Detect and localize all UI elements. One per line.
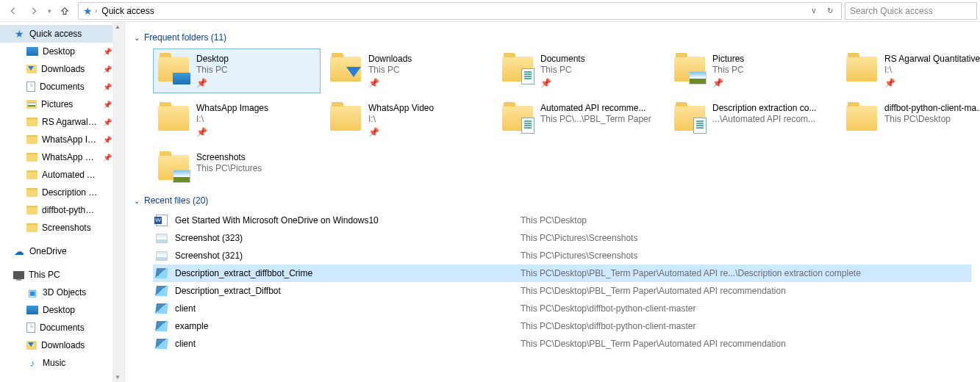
nav-item[interactable]: Downloads 📌 xyxy=(0,60,112,78)
nav-back-button[interactable] xyxy=(3,1,24,21)
nav-label: OneDrive xyxy=(29,246,112,256)
folder-card[interactable]: Screenshots This PC\Pictures xyxy=(153,147,321,187)
nav-item[interactable]: ▣ 3D Objects xyxy=(0,284,112,301)
nav-item[interactable]: ♪ Music xyxy=(0,354,112,372)
pin-icon: 📌 xyxy=(196,127,207,137)
breadcrumb[interactable]: Quick access xyxy=(99,6,157,16)
recent-file-row[interactable]: example This PC\Desktop\diffbot-python-c… xyxy=(153,317,971,335)
search-input[interactable]: Search Quick access xyxy=(845,2,977,20)
refresh-button[interactable]: ↻ xyxy=(822,7,838,15)
folder-path: I:\ xyxy=(884,65,980,75)
folder-icon xyxy=(330,54,361,83)
nav-this-pc[interactable]: This PC xyxy=(0,266,112,284)
nav-label: This PC xyxy=(29,270,112,280)
file-location: This PC\Desktop xyxy=(521,215,587,226)
folder-title: Description extraction co... xyxy=(712,103,816,113)
pin-icon: 📌 xyxy=(102,65,112,73)
pin-icon: 📌 xyxy=(884,78,895,88)
pc-icon xyxy=(13,271,24,279)
recent-file-row[interactable]: Description_extract_diffbbot_Crime This … xyxy=(153,264,971,282)
nav-item[interactable]: Automated API reco xyxy=(0,166,112,184)
nav-item[interactable]: Documents 📌 xyxy=(0,78,112,96)
navigation-pane: ★ Quick access Desktop 📌 Downloads 📌 Doc… xyxy=(0,22,125,382)
nav-up-button[interactable] xyxy=(54,1,75,21)
address-bar[interactable]: ★ › Quick access v ↻ xyxy=(78,2,842,20)
section-frequent-folders[interactable]: ⌄ Frequent folders (11) xyxy=(134,32,971,43)
folder-card[interactable]: diffbot-python-client-ma... This PC\Desk… xyxy=(841,98,980,143)
nav-item[interactable]: Description extractio xyxy=(0,184,112,201)
folder-title: Screenshots xyxy=(196,152,262,162)
pin-icon: 📌 xyxy=(196,78,207,88)
section-title: Recent files (20) xyxy=(144,195,208,206)
nav-scrollbar[interactable] xyxy=(112,22,124,382)
nav-item[interactable]: RS Agarwal Quan 📌 xyxy=(0,113,112,131)
recent-file-row[interactable]: client This PC\Desktop\PBL_Term Paper\Au… xyxy=(153,335,971,353)
nav-label: Quick access xyxy=(29,29,112,39)
pic-icon xyxy=(26,100,37,109)
folder-card[interactable]: Desktop This PC 📌 xyxy=(153,48,321,93)
fold-icon xyxy=(26,206,37,215)
file-location: This PC\Pictures\Screenshots xyxy=(521,251,637,261)
nav-item[interactable]: Pictures 📌 xyxy=(0,96,112,113)
nav-item-label: Music xyxy=(43,358,112,368)
folder-title: WhatsApp Images xyxy=(196,103,268,113)
nav-item-label: Downloads xyxy=(41,340,112,350)
pin-icon: 📌 xyxy=(368,127,379,137)
nav-item[interactable]: diffbot-python-clien xyxy=(0,201,112,219)
doc-icon xyxy=(26,322,35,333)
folder-card[interactable]: Documents This PC 📌 xyxy=(497,48,665,93)
nav-forward-button[interactable] xyxy=(24,1,44,21)
pin-icon: 📌 xyxy=(102,101,112,109)
folder-icon xyxy=(674,54,705,83)
address-toolbar: ▾ ★ › Quick access v ↻ Search Quick acce… xyxy=(0,0,980,22)
nav-item[interactable]: Downloads xyxy=(0,336,112,354)
folder-path: This PC xyxy=(712,65,744,75)
nav-item[interactable]: Desktop xyxy=(0,301,112,319)
folder-path: This PC\Desktop xyxy=(884,114,980,124)
pin-icon: 📌 xyxy=(540,78,551,88)
file-location: This PC\Desktop\PBL_Term Paper\Automated… xyxy=(521,268,861,278)
recent-file-row[interactable]: Get Started With Microsoft OneDrive on W… xyxy=(153,212,971,229)
dl-icon xyxy=(26,341,37,350)
recent-file-row[interactable]: Screenshot (321) This PC\Pictures\Screen… xyxy=(153,247,971,264)
fold-icon xyxy=(26,188,37,197)
folder-card[interactable]: WhatsApp Images I:\ 📌 xyxy=(153,98,321,143)
nav-item[interactable]: Desktop 📌 xyxy=(0,43,112,60)
folder-path: ...\Automated API recom... xyxy=(712,114,816,124)
folder-title: Pictures xyxy=(712,54,744,64)
folder-path: This PC\...\PBL_Term Paper xyxy=(540,114,651,124)
nav-onedrive[interactable]: ☁ OneDrive xyxy=(0,242,112,260)
nav-recent-dropdown[interactable]: ▾ xyxy=(44,1,54,21)
folder-card[interactable]: Pictures This PC 📌 xyxy=(669,48,837,93)
recent-file-row[interactable]: client This PC\Desktop\diffbot-python-cl… xyxy=(153,300,971,317)
nav-item[interactable]: WhatsApp Video 📌 xyxy=(0,148,112,166)
folder-icon xyxy=(330,103,361,132)
fold-icon xyxy=(26,170,37,179)
folder-card[interactable]: RS Agarwal Quantitative ... I:\ 📌 xyxy=(841,48,980,93)
nav-item[interactable]: WhatsApp Image 📌 xyxy=(0,131,112,148)
section-recent-files[interactable]: ⌄ Recent files (20) xyxy=(134,195,971,206)
nav-item[interactable]: Documents xyxy=(0,319,112,336)
desktop-icon xyxy=(26,47,38,56)
folder-card[interactable]: Downloads This PC 📌 xyxy=(325,48,493,93)
folder-icon xyxy=(502,103,533,132)
folder-card[interactable]: WhatsApp Video I:\ 📌 xyxy=(325,98,493,143)
recent-file-row[interactable]: Screenshot (323) This PC\Pictures\Screen… xyxy=(153,229,971,247)
file-location: This PC\Desktop\diffbot-python-client-ma… xyxy=(521,303,696,314)
file-name: Get Started With Microsoft OneDrive on W… xyxy=(175,215,521,226)
img-file-icon xyxy=(156,250,168,262)
img-file-icon xyxy=(156,232,168,244)
recent-file-row[interactable]: Description_extract_Diffbot This PC\Desk… xyxy=(153,282,971,300)
nav-item-label: diffbot-python-clien xyxy=(42,205,98,215)
folder-icon xyxy=(158,103,189,132)
folder-card[interactable]: Description extraction co... ...\Automat… xyxy=(669,98,837,143)
folder-title: diffbot-python-client-ma... xyxy=(884,103,980,113)
folder-card[interactable]: Automated API recomme... This PC\...\PBL… xyxy=(497,98,665,143)
folder-icon xyxy=(846,54,877,83)
doc-icon xyxy=(26,82,35,92)
nav-quick-access[interactable]: ★ Quick access xyxy=(0,25,112,43)
address-dropdown-icon[interactable]: v xyxy=(806,7,822,15)
nav-item[interactable]: Screenshots xyxy=(0,219,112,237)
folder-title: WhatsApp Video xyxy=(368,103,434,113)
file-location: This PC\Desktop\PBL_Term Paper\Automated… xyxy=(521,339,786,349)
